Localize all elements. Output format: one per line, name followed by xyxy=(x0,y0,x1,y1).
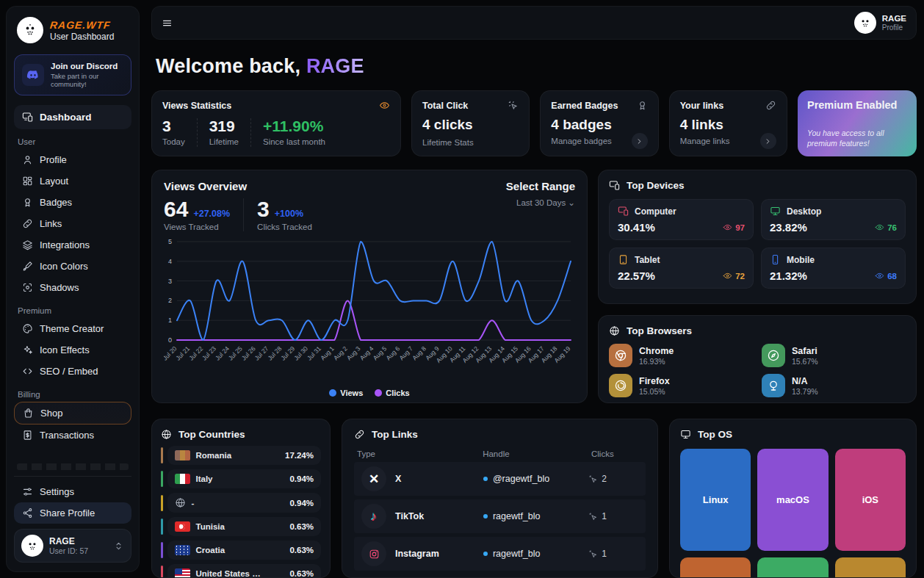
bottom-row: Top Countries Romania 17.24% Italy 0.94% xyxy=(151,419,917,578)
app-subtitle: User Dashboard xyxy=(50,32,114,42)
handle-dot xyxy=(483,552,488,556)
country-percent: 0.63% xyxy=(289,569,314,578)
views-statistics-card: Views Statistics 3 Today 319 Lifetime +1… xyxy=(151,90,401,156)
handle-dot xyxy=(483,477,488,481)
legend-clicks-dot xyxy=(375,389,382,397)
column-type: Type xyxy=(357,449,483,458)
country-percent: 0.94% xyxy=(289,499,314,507)
eye-icon xyxy=(723,223,732,232)
device-percent: 23.82% xyxy=(770,221,807,234)
sidebar-item-layout[interactable]: Layout xyxy=(14,170,131,192)
browser-na: N/A13.79% xyxy=(762,374,906,397)
menu-icon[interactable] xyxy=(162,18,173,29)
country-row-italy: Italy 0.94% xyxy=(161,469,321,488)
sidebar-item-badges[interactable]: Badges xyxy=(14,192,131,213)
top-links-title: Top Links xyxy=(372,429,418,440)
clicks-tracked-stat: 3 +100% Clicks Tracked xyxy=(257,198,325,231)
sidebar-item-profile[interactable]: Profile xyxy=(14,149,131,170)
your-links-value: 4 links xyxy=(680,117,776,133)
browser-percent: 15.05% xyxy=(639,387,670,396)
discord-banner[interactable]: Join our Discord Take part in our commun… xyxy=(14,54,131,95)
chrome-icon xyxy=(609,344,632,367)
discord-title: Join our Discord xyxy=(51,62,123,71)
range-dropdown[interactable]: Last 30 Days ⌄ xyxy=(506,198,575,208)
devices-icon xyxy=(609,180,620,191)
app-logo: RAGE.WTF User Dashboard xyxy=(14,15,131,45)
os-tile-android: Android xyxy=(680,557,751,578)
link-type-name: TikTok xyxy=(395,511,424,521)
premium-subtitle: You have access to all premium features! xyxy=(807,129,907,148)
manage-links-button[interactable] xyxy=(760,133,776,149)
sidebar-item-links[interactable]: Links xyxy=(14,213,131,234)
device-views-count: 68 xyxy=(887,272,897,281)
tunisia-flag-icon xyxy=(175,521,190,532)
svg-text:Jul 29: Jul 29 xyxy=(279,344,296,361)
layout-icon xyxy=(22,176,33,187)
sidebar-item-icon-effects[interactable]: Icon Effects xyxy=(14,339,131,361)
legend-views-dot xyxy=(329,389,336,397)
manage-badges-label: Manage badges xyxy=(551,137,611,145)
sidebar-item-label: Icon Colors xyxy=(40,261,88,272)
sidebar-item-label: Shop xyxy=(40,408,62,419)
eye-icon xyxy=(379,100,390,111)
links-table-header: Type Handle Clicks xyxy=(354,449,646,458)
country-row-romania: Romania 17.24% xyxy=(161,446,321,465)
column-handle: Handle xyxy=(483,449,591,458)
your-links-card: Your links 4 links Manage links xyxy=(669,90,787,156)
country-bar xyxy=(161,495,163,511)
manage-badges-button[interactable] xyxy=(632,133,648,149)
sidebar-item-label: Theme Creator xyxy=(40,323,104,334)
country-bar xyxy=(161,542,163,558)
device-views: 97 xyxy=(723,223,745,232)
line-chart: 012345Jul 20Jul 21Jul 22Jul 23Jul 24Jul … xyxy=(164,236,575,384)
skeleton-strip xyxy=(17,463,129,470)
pointer-click-icon xyxy=(588,512,598,521)
svg-text:1: 1 xyxy=(168,317,172,324)
settings-sliders-icon xyxy=(22,486,33,497)
chart-legend: Views Clicks xyxy=(164,389,575,397)
sidebar-item-integrations[interactable]: Integrations xyxy=(14,234,131,256)
chevron-right-icon xyxy=(764,137,772,145)
views-overview-title: Views Overview xyxy=(164,180,339,192)
dashboard-icon xyxy=(22,112,33,123)
country-name: - xyxy=(192,499,195,507)
os-name: macOS xyxy=(776,494,809,505)
sidebar-item-transactions[interactable]: Transactions xyxy=(14,425,131,446)
instagram-icon xyxy=(361,541,386,566)
country-percent: 0.63% xyxy=(289,522,314,531)
clicks-tracked-label: Clicks Tracked xyxy=(257,223,312,231)
pointer-click-icon xyxy=(508,100,519,111)
sidebar-item-dashboard[interactable]: Dashboard xyxy=(14,105,131,129)
browser-name: Safari xyxy=(792,346,818,356)
sidebar-item-settings[interactable]: Settings xyxy=(14,481,131,502)
top-devices-title: Top Devices xyxy=(627,180,685,191)
sidebar-item-shadows[interactable]: Shadows xyxy=(14,277,131,298)
sidebar-item-theme-creator[interactable]: Theme Creator xyxy=(14,318,131,339)
device-views: 68 xyxy=(875,271,897,281)
device-tile-desktop: Desktop 23.82% 76 xyxy=(761,199,906,240)
views-lifetime: 319 Lifetime xyxy=(209,118,251,147)
views-change: +11.90% Since last month xyxy=(263,118,325,147)
chevrons-up-down-icon xyxy=(113,541,124,552)
os-tile-na: N/A xyxy=(835,557,906,578)
user-icon xyxy=(22,154,33,165)
x-logo-icon: ✕ xyxy=(361,466,386,491)
browser-percent: 13.79% xyxy=(792,387,818,396)
sidebar-user-card[interactable]: RAGE User ID: 57 xyxy=(14,529,131,563)
link-icon xyxy=(354,429,365,440)
sidebar-item-seo-embed[interactable]: SEO / Embed xyxy=(14,361,131,382)
device-tile-tablet: Tablet 22.57% 72 xyxy=(609,248,754,289)
paintbrush-icon xyxy=(22,261,33,272)
device-name: Computer xyxy=(635,206,676,217)
sidebar-item-shop[interactable]: Shop xyxy=(14,402,131,425)
views-today: 3 Today xyxy=(162,118,198,147)
device-tile-mobile: Mobile 21.32% 68 xyxy=(761,248,906,289)
svg-text:4: 4 xyxy=(168,258,172,265)
sidebar-item-icon-colors[interactable]: Icon Colors xyxy=(14,256,131,277)
topbar-profile[interactable]: RAGE Profile xyxy=(854,12,906,34)
svg-text:Aug 8: Aug 8 xyxy=(411,344,427,361)
link-clicks-count: 1 xyxy=(602,511,607,521)
sidebar-item-share-profile[interactable]: Share Profile xyxy=(14,502,131,524)
sidebar-item-label: SEO / Embed xyxy=(40,366,98,377)
clicks-tracked-value: 3 xyxy=(257,198,270,220)
